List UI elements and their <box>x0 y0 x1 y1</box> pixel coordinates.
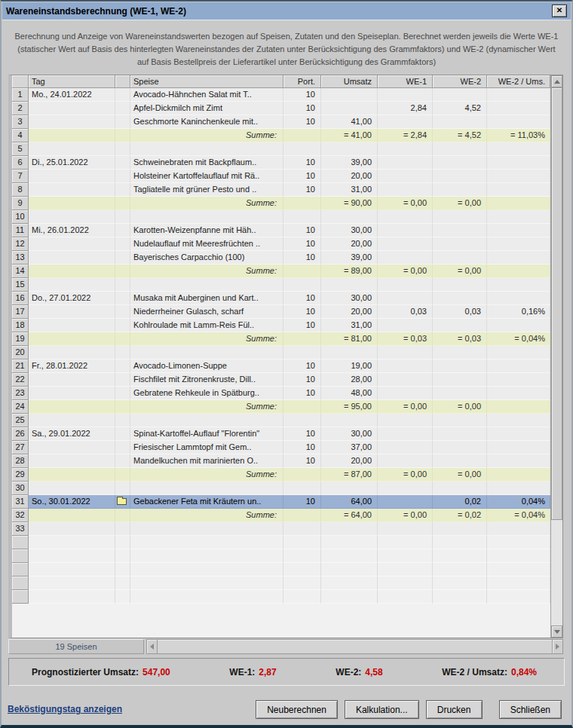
cell-we1 <box>378 346 433 359</box>
table-row[interactable]: 23Gebratene Rehkeule in Spätburg..1048,0… <box>12 387 550 400</box>
cell-we1 <box>378 373 433 387</box>
scroll-right-icon[interactable] <box>552 639 563 654</box>
cell-port <box>283 549 321 563</box>
cell-port: 10 <box>283 373 321 387</box>
horizontal-scrollbar-thumb[interactable] <box>158 639 552 654</box>
bekoestigungstag-link[interactable]: Beköstigungstag anzeigen <box>8 704 122 714</box>
cell-we1 <box>378 563 433 577</box>
table-row[interactable]: 6Di., 25.01.2022Schweinebraten mit Backp… <box>12 156 550 170</box>
table-row[interactable]: 7Holsteiner Kartoffelauflauf mit Rä..102… <box>12 170 550 183</box>
column-header-blank-0[interactable] <box>12 75 29 88</box>
cell-ratio <box>487 590 550 604</box>
table-row[interactable]: 27Friesischer Lammtopf mit Gem..1037,00 <box>12 441 550 454</box>
selected-row[interactable]: 31So., 30.01.2022Gebackener Feta mit Krä… <box>12 495 550 509</box>
column-header-port[interactable]: Port. <box>283 75 321 88</box>
table-row[interactable]: 12Nudelauflauf mit Meeresfrüchten ..1020… <box>12 237 550 251</box>
drucken-button[interactable]: Drucken <box>426 700 483 719</box>
table-row[interactable]: 18Kohlroulade mit Lamm-Reis Fül..1031,00 <box>12 319 550 332</box>
cell-icon <box>115 170 130 183</box>
table-row[interactable]: 30 <box>12 482 550 495</box>
cell-umsatz: 20,00 <box>321 170 378 183</box>
vertical-scrollbar[interactable] <box>550 75 562 638</box>
vertical-scrollbar-track[interactable] <box>551 520 562 626</box>
cell-umsatz <box>321 536 378 549</box>
cell-speise: Summe: <box>130 129 283 142</box>
sum-row[interactable]: 19Summe:= 81,00= 0,03= 0,03= 0,04% <box>12 332 550 346</box>
row-number: 4 <box>12 129 29 142</box>
table-row[interactable]: 5 <box>12 142 550 156</box>
kalkulation-button[interactable]: Kalkulation... <box>345 700 419 719</box>
table-row[interactable]: 2Apfel-Dickmilch mit Zimt102,844,52 <box>12 102 550 115</box>
neuberechnen-button[interactable]: Neuberechnen <box>256 700 338 719</box>
table-row[interactable]: 16Do., 27.01.2022Musaka mit Auberginen u… <box>12 292 550 305</box>
table-row[interactable]: 11Mi., 26.01.2022Karotten-Weizenpfanne m… <box>12 224 550 237</box>
column-header-we-2[interactable]: WE-2 <box>433 75 487 88</box>
table-row[interactable]: 10 <box>12 210 550 224</box>
row-number: 13 <box>12 251 29 265</box>
cell-umsatz <box>321 549 378 563</box>
cell-we2: 0,02 <box>433 495 487 509</box>
cell-port: 10 <box>283 441 321 454</box>
table-row[interactable]: 33 <box>12 522 550 536</box>
scroll-left-icon[interactable] <box>146 639 158 654</box>
sum-row[interactable]: 32Summe:= 64,00= 0,00= 0,02= 0,04% <box>12 509 550 522</box>
cell-speise: Summe: <box>130 400 283 414</box>
vertical-scrollbar-thumb[interactable] <box>551 87 562 520</box>
cell-ratio <box>487 115 550 129</box>
cell-we2 <box>433 482 487 495</box>
cell-umsatz: 31,00 <box>321 183 378 197</box>
cell-port <box>283 414 321 427</box>
cell-we2 <box>433 210 487 224</box>
cell-icon <box>115 115 130 129</box>
table-row[interactable]: 3Geschmorte Kaninchenkeule mit..1041,00 <box>12 115 550 129</box>
table-row[interactable] <box>12 590 550 604</box>
table-row[interactable]: 8Tagliatelle mit grüner Pesto und ..1031… <box>12 183 550 197</box>
cell-speise: Musaka mit Auberginen und Kart.. <box>130 292 283 305</box>
table-row[interactable]: 13Bayerisches Carpacchio (100)1039,00 <box>12 251 550 265</box>
column-header-we-2-ums[interactable]: WE-2 / Ums. <box>487 75 550 88</box>
sum-row[interactable]: 14Summe:= 89,00= 0,00= 0,00 <box>12 265 550 278</box>
table-row[interactable]: 15 <box>12 278 550 292</box>
cell-we1 <box>378 536 433 549</box>
cell-icon <box>115 88 130 102</box>
scroll-down-icon[interactable] <box>551 626 562 638</box>
column-header-we-1[interactable]: WE-1 <box>378 75 433 88</box>
sum-row[interactable]: 4Summe:= 41,00= 2,84= 4,52= 11,03% <box>12 129 550 142</box>
cell-port <box>283 278 321 292</box>
table-row[interactable]: 1Mo., 24.01.2022Avocado-Hähnchen Salat m… <box>12 88 550 102</box>
sum-row[interactable]: 29Summe:= 87,00= 0,00= 0,00 <box>12 468 550 482</box>
table-row[interactable]: 22Fischfilet mit Zitronenkruste, Dill..1… <box>12 373 550 387</box>
cell-we1 <box>378 414 433 427</box>
table-row[interactable]: 25 <box>12 414 550 427</box>
column-header-tag[interactable]: Tag <box>29 75 115 88</box>
summary-we1-label: WE-1: <box>229 667 255 678</box>
sum-row[interactable]: 24Summe:= 95,00= 0,00= 0,00 <box>12 400 550 414</box>
table-row[interactable]: 21Fr., 28.01.2022Avocado-Limonen-Suppe10… <box>12 359 550 373</box>
table-row[interactable] <box>12 563 550 577</box>
cell-port <box>283 509 321 522</box>
column-header-umsatz[interactable]: Umsatz <box>321 75 378 88</box>
cell-ratio <box>487 319 550 332</box>
scroll-up-icon[interactable] <box>551 75 562 87</box>
cell-port <box>283 482 321 495</box>
column-header-blank-2[interactable] <box>115 75 130 88</box>
table-row[interactable]: 26Sa., 29.01.2022Spinat-Kartoffel-Auflau… <box>12 427 550 441</box>
table-row[interactable]: 17Niederrheiner Gulasch, scharf1020,000,… <box>12 305 550 319</box>
table-row[interactable]: 20 <box>12 346 550 359</box>
table-row[interactable]: 28Mandelkuchen mit marinierten O..1020,0… <box>12 454 550 468</box>
summary-we2-value: 4,58 <box>365 667 382 678</box>
row-number: 3 <box>12 115 29 129</box>
close-icon[interactable]: ✕ <box>552 5 567 17</box>
cell-we1: = 0,00 <box>378 265 433 278</box>
cell-we2 <box>433 278 487 292</box>
table-row[interactable] <box>12 536 550 549</box>
sum-row[interactable]: 9Summe:= 90,00= 0,00= 0,00 <box>12 197 550 210</box>
cell-we2 <box>433 563 487 577</box>
wareneinstand-dialog: Wareneinstandsberechnung (WE-1, WE-2) ✕ … <box>0 0 573 728</box>
schliessen-button[interactable]: Schließen <box>499 700 562 719</box>
row-number <box>12 577 29 590</box>
cell-we1: = 0,00 <box>378 468 433 482</box>
table-row[interactable] <box>12 577 550 590</box>
column-header-speise[interactable]: Speise <box>130 75 283 88</box>
table-row[interactable] <box>12 549 550 563</box>
